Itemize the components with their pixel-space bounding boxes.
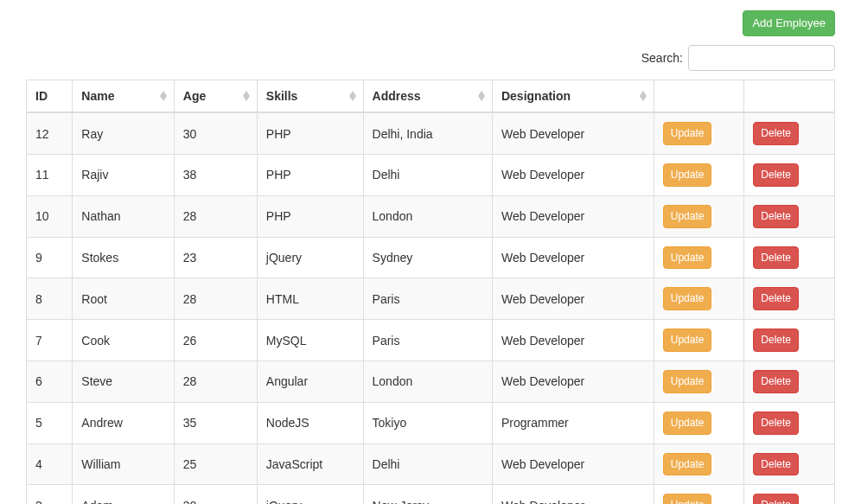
cell-age: 28 [174,278,257,320]
cell-skills: PHP [257,112,363,154]
cell-address: Paris [363,278,492,320]
table-row: 8Root28HTMLParisWeb DeveloperUpdateDelet… [27,278,835,320]
search-label: Search: [641,51,683,65]
cell-id: 9 [27,237,73,278]
update-button[interactable]: Update [663,329,712,352]
cell-name: Steve [73,360,174,402]
cell-name: Adam [73,485,174,504]
cell-address: Tokiyo [363,402,492,443]
cell-address: Delhi [363,443,492,485]
delete-button[interactable]: Delete [753,411,799,435]
table-row: 7Cook26MySQLParisWeb DeveloperUpdateDele… [27,320,835,361]
cell-name: Andrew [73,402,174,443]
cell-designation: Web Developer [492,154,654,195]
cell-id: 4 [27,443,73,485]
cell-age: 28 [174,360,257,402]
cell-age: 25 [174,443,257,485]
search-input[interactable] [688,45,835,71]
table-row: 9Stokes23jQuerySydneyWeb DeveloperUpdate… [27,237,835,278]
col-update [654,80,744,113]
delete-button[interactable]: Delete [753,494,799,504]
cell-age: 28 [174,195,257,237]
col-age[interactable]: Age [174,80,257,113]
cell-name: Nathan [73,195,174,237]
cell-designation: Web Developer [492,360,654,402]
delete-button[interactable]: Delete [753,205,799,228]
sort-icon [640,91,647,101]
cell-id: 10 [27,195,73,237]
cell-address: London [363,360,492,402]
col-designation[interactable]: Designation [492,80,654,113]
delete-button[interactable]: Delete [753,246,799,270]
cell-id: 7 [27,320,73,361]
delete-button[interactable]: Delete [753,370,799,393]
cell-age: 30 [174,485,257,504]
cell-skills: Angular [257,360,363,402]
cell-id: 5 [27,402,73,443]
cell-name: Cook [73,320,174,361]
cell-skills: HTML [257,278,363,320]
cell-id: 6 [27,360,73,402]
cell-name: William [73,443,174,485]
cell-skills: jQuery [257,485,363,504]
cell-designation: Web Developer [492,485,654,504]
sort-icon [478,91,485,101]
col-skills[interactable]: Skills [257,80,363,113]
add-employee-button[interactable]: Add Employee [743,10,835,36]
delete-button[interactable]: Delete [753,287,799,310]
table-header-row: ID Name Age Skills Address Designation [27,80,835,113]
delete-button[interactable]: Delete [753,163,799,187]
col-address[interactable]: Address [363,80,492,113]
delete-button[interactable]: Delete [753,122,799,145]
cell-skills: NodeJS [257,402,363,443]
cell-designation: Web Developer [492,443,654,485]
cell-id: 11 [27,154,73,195]
update-button[interactable]: Update [663,246,712,270]
table-row: 4William25JavaScriptDelhiWeb DeveloperUp… [27,443,835,485]
cell-skills: PHP [257,154,363,195]
svg-marker-1 [160,96,167,101]
update-button[interactable]: Update [663,205,712,228]
cell-skills: jQuery [257,237,363,278]
col-id[interactable]: ID [27,80,73,113]
update-button[interactable]: Update [663,122,712,145]
cell-age: 35 [174,402,257,443]
cell-name: Root [73,278,174,320]
table-row: 3Adam30jQueryNew JersyWeb DeveloperUpdat… [27,485,835,504]
table-row: 6Steve28AngularLondonWeb DeveloperUpdate… [27,360,835,402]
cell-designation: Web Developer [492,278,654,320]
cell-designation: Web Developer [492,195,654,237]
cell-designation: Web Developer [492,237,654,278]
sort-icon [243,91,250,101]
update-button[interactable]: Update [663,163,712,187]
sort-icon [349,91,356,101]
cell-id: 8 [27,278,73,320]
update-button[interactable]: Update [663,494,712,504]
col-delete [744,80,835,113]
table-row: 12Ray30PHPDelhi, IndiaWeb DeveloperUpdat… [27,112,835,154]
cell-name: Ray [73,112,174,154]
cell-id: 12 [27,112,73,154]
cell-name: Stokes [73,237,174,278]
svg-marker-5 [349,96,356,101]
sort-icon [160,91,167,101]
update-button[interactable]: Update [663,453,712,476]
cell-address: New Jersy [363,485,492,504]
update-button[interactable]: Update [663,287,712,310]
cell-address: London [363,195,492,237]
delete-button[interactable]: Delete [753,453,799,476]
table-row: 10Nathan28PHPLondonWeb DeveloperUpdateDe… [27,195,835,237]
table-row: 5Andrew35NodeJSTokiyoProgrammerUpdateDel… [27,402,835,443]
cell-skills: PHP [257,195,363,237]
cell-designation: Web Developer [492,112,654,154]
cell-age: 38 [174,154,257,195]
update-button[interactable]: Update [663,411,712,435]
svg-marker-9 [640,96,647,101]
col-name[interactable]: Name [73,80,174,113]
cell-designation: Web Developer [492,320,654,361]
cell-address: Delhi [363,154,492,195]
delete-button[interactable]: Delete [753,329,799,352]
update-button[interactable]: Update [663,370,712,393]
cell-skills: MySQL [257,320,363,361]
cell-id: 3 [27,485,73,504]
